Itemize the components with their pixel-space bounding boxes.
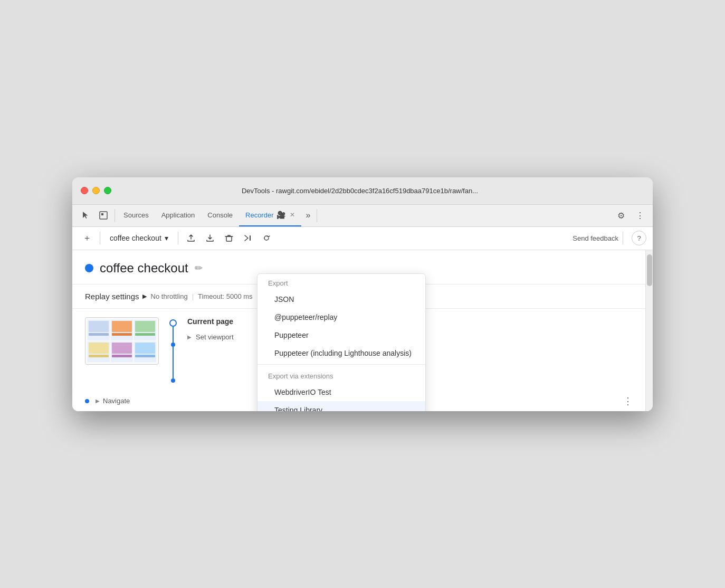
scrollbar-thumb[interactable] — [647, 254, 652, 286]
send-feedback-link[interactable]: Send feedback — [573, 234, 618, 242]
timeline-segment-1 — [173, 327, 174, 343]
dropdown-item-testing-library[interactable]: Testing Library — [257, 401, 425, 411]
svg-rect-1 — [101, 213, 103, 215]
dropdown-item-puppeteer[interactable]: Puppeteer — [257, 326, 425, 344]
add-recording-button[interactable]: ＋ — [79, 230, 96, 246]
tab-recorder-label: Recorder — [245, 211, 273, 219]
thumb-cup-3 — [134, 320, 156, 340]
tab-application[interactable]: Application — [155, 205, 202, 226]
dropdown-json-label: JSON — [274, 295, 294, 304]
navigate-dot — [85, 399, 89, 403]
replay-icon — [262, 234, 272, 242]
export-button[interactable] — [183, 230, 199, 246]
toolbar-divider-2 — [178, 232, 178, 244]
thumb-cup-5 — [111, 342, 133, 362]
plus-icon: ＋ — [83, 233, 91, 244]
dropdown-item-json[interactable]: JSON — [257, 290, 425, 308]
title-bar: DevTools - rawgit.com/ebidel/2d2bb0cdec3… — [72, 177, 653, 205]
recording-title: coffee checkout — [100, 261, 188, 276]
thumb-cup-1 — [88, 320, 110, 340]
recording-name: coffee checkout — [110, 234, 161, 242]
dropdown-testing-library-label: Testing Library — [274, 406, 322, 411]
set-viewport-label: Set viewport — [196, 333, 234, 341]
devtools-tabs-bar: Sources Application Console Recorder 🎥 ✕… — [72, 205, 653, 227]
set-viewport-arrow-icon: ▶ — [187, 334, 192, 340]
svg-rect-2 — [226, 236, 232, 241]
dropdown-item-webdriverio[interactable]: WebdriverIO Test — [257, 383, 425, 401]
main-content: coffee checkout ✏ Replay settings ▶ No t… — [72, 250, 653, 411]
recording-selector[interactable]: coffee checkout ▾ — [104, 232, 174, 244]
upload-icon — [187, 234, 195, 242]
recording-status-dot — [85, 264, 93, 272]
overflow-icon: » — [306, 211, 310, 220]
tab-overflow-button[interactable]: » — [301, 205, 314, 226]
settings-info: No throttling | Timeout: 5000 ms — [151, 292, 253, 300]
dropdown-puppeteer-replay-label: @puppeteer/replay — [274, 313, 337, 321]
tab-sources[interactable]: Sources — [117, 205, 155, 226]
recorder-icon: 🎥 — [276, 211, 285, 219]
trash-icon — [225, 234, 233, 242]
tab-application-label: Application — [161, 211, 195, 219]
cursor-icon[interactable] — [77, 205, 94, 226]
tab-recorder[interactable]: Recorder 🎥 ✕ — [239, 205, 301, 226]
export-dropdown: Export JSON @puppeteer/replay Puppeteer … — [257, 273, 426, 411]
import-button[interactable] — [202, 230, 218, 246]
no-throttling-label: No throttling — [151, 292, 188, 300]
settings-divider: | — [192, 292, 194, 300]
thumb-cup-6 — [134, 342, 156, 362]
timeline — [169, 317, 177, 383]
dropdown-arrow-icon: ▾ — [165, 234, 168, 242]
more-actions-icon[interactable]: ⋮ — [623, 395, 633, 407]
delete-button[interactable] — [221, 230, 237, 246]
timeline-dot-2 — [171, 378, 175, 383]
timeout-label: Timeout: 5000 ms — [198, 292, 253, 300]
dropdown-divider-1 — [257, 364, 425, 365]
devtools-window: DevTools - rawgit.com/ebidel/2d2bb0cdec3… — [72, 177, 653, 411]
export-section-label: Export — [257, 274, 425, 290]
replay-settings-title[interactable]: Replay settings ▶ — [85, 292, 147, 301]
download-icon — [206, 234, 214, 242]
navigate-item[interactable]: ▶ Navigate — [96, 397, 130, 405]
thumb-cup-2 — [111, 320, 133, 340]
replay-settings-label: Replay settings — [85, 292, 139, 301]
navigate-arrow-icon: ▶ — [96, 398, 100, 404]
inspect-icon[interactable] — [94, 205, 112, 226]
dropdown-puppeteer-lighthouse-label: Puppeteer (including Lighthouse analysis… — [274, 349, 412, 357]
tab-close-icon[interactable]: ✕ — [290, 211, 295, 219]
help-button[interactable]: ? — [632, 231, 646, 245]
replay-settings-arrow-icon: ▶ — [142, 293, 147, 300]
timeline-circle-top — [169, 319, 177, 327]
dropdown-item-puppeteer-replay[interactable]: @puppeteer/replay — [257, 308, 425, 326]
toolbar-divider-1 — [100, 232, 100, 244]
settings-gear-icon[interactable]: ⚙ — [613, 207, 629, 224]
recorder-toolbar: ＋ coffee checkout ▾ — [72, 227, 653, 250]
dropdown-item-puppeteer-lighthouse[interactable]: Puppeteer (including Lighthouse analysis… — [257, 344, 425, 362]
tab-sources-label: Sources — [123, 211, 149, 219]
tab-console-label: Console — [207, 211, 233, 219]
right-scrollbar[interactable] — [645, 250, 653, 411]
dropdown-webdriverio-label: WebdriverIO Test — [274, 388, 331, 396]
dropdown-puppeteer-label: Puppeteer — [274, 331, 309, 339]
export-via-extensions-label: Export via extensions — [257, 367, 425, 383]
tab-console[interactable]: Console — [201, 205, 239, 226]
timeline-segment-2 — [173, 347, 174, 378]
navigate-label-text: Navigate — [103, 397, 130, 405]
svg-rect-3 — [250, 235, 251, 241]
timeline-dot — [171, 343, 175, 347]
toolbar-divider-3 — [623, 232, 623, 244]
replay-all-button[interactable] — [259, 230, 275, 246]
step-thumbnail — [85, 317, 159, 365]
tab-settings-area: ⚙ ⋮ — [613, 205, 648, 226]
thumb-cup-4 — [88, 342, 110, 362]
step-over-icon — [243, 234, 253, 242]
replay-step-button[interactable] — [240, 230, 256, 246]
window-title: DevTools - rawgit.com/ebidel/2d2bb0cdec3… — [75, 187, 644, 195]
more-options-icon[interactable]: ⋮ — [632, 207, 648, 224]
edit-title-icon[interactable]: ✏ — [195, 262, 203, 274]
